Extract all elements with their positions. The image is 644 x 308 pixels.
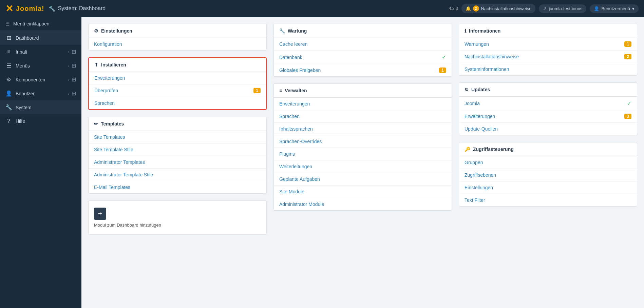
komponenten-icon: ⚙ bbox=[5, 76, 12, 83]
list-item[interactable]: Text Filter bbox=[459, 194, 637, 206]
gruppen-link[interactable]: Gruppen bbox=[465, 160, 483, 165]
list-item[interactable]: Sprachen-Overrides bbox=[274, 135, 452, 148]
warnungen-link[interactable]: Warnungen bbox=[465, 41, 489, 47]
list-item[interactable]: Administrator Templates bbox=[89, 156, 266, 169]
list-item[interactable]: Inhaltssprachen bbox=[274, 123, 452, 135]
list-item[interactable]: Warnungen 1 bbox=[459, 38, 637, 51]
nachinstallationshinweise-badge: 2 bbox=[624, 54, 631, 59]
erweiterungen-link[interactable]: Erweiterungen bbox=[94, 75, 125, 81]
cache-leeren-link[interactable]: Cache leeren bbox=[279, 41, 307, 47]
list-item[interactable]: Update-Quellen bbox=[459, 123, 637, 135]
systeminformationen-link[interactable]: Systeminformationen bbox=[465, 66, 509, 72]
datenbank-link[interactable]: Datenbank bbox=[279, 55, 302, 60]
inhalt-icon: ≡ bbox=[5, 49, 12, 55]
administrator-templates-link[interactable]: Administrator Templates bbox=[94, 159, 145, 165]
site-templates-link[interactable]: Site Templates bbox=[94, 134, 125, 140]
list-item[interactable]: Gruppen bbox=[459, 156, 637, 169]
list-item[interactable]: Datenbank ✓ bbox=[274, 51, 452, 64]
left-column: ⚙ Einstellungen Konfiguration ⬆ Installi… bbox=[88, 24, 267, 235]
list-item[interactable]: Sprachen bbox=[274, 110, 452, 123]
panel-templates-body: Site Templates Site Template Stile Admin… bbox=[89, 131, 266, 193]
list-item[interactable]: Globales Freigeben 1 bbox=[274, 64, 452, 76]
plugins-link[interactable]: Plugins bbox=[279, 151, 295, 157]
konfiguration-link[interactable]: Konfiguration bbox=[94, 41, 122, 47]
topbar: ✕ Joomla! 🔧 System: Dashboard 4.2.3 🔔 2 … bbox=[0, 0, 644, 17]
site-button[interactable]: ↗ joomla-test-ionos bbox=[539, 4, 586, 13]
list-item[interactable]: Konfiguration bbox=[89, 38, 266, 50]
panel-add-module: + Modul zum Dashboard hinzufügen bbox=[88, 200, 267, 235]
list-item[interactable]: E-Mail Templates bbox=[89, 181, 266, 193]
inhaltssprachen-link[interactable]: Inhaltssprachen bbox=[279, 126, 313, 132]
list-item[interactable]: Zugriffsebenen bbox=[459, 169, 637, 181]
panel-einstellungen: ⚙ Einstellungen Konfiguration bbox=[88, 24, 267, 51]
list-item[interactable]: Site Module bbox=[274, 186, 452, 198]
joomla-link[interactable]: Joomla bbox=[465, 101, 480, 106]
panel-verwalten-title: Verwalten bbox=[285, 88, 307, 93]
zugriffsebenen-link[interactable]: Zugriffsebenen bbox=[465, 172, 496, 178]
erweiterungen-updates-link[interactable]: Erweiterungen bbox=[465, 114, 495, 119]
administrator-module-link[interactable]: Administrator Module bbox=[279, 201, 324, 207]
list-item[interactable]: Einstellungen bbox=[459, 181, 637, 194]
list-item[interactable]: Überprüfen 1 bbox=[89, 84, 266, 97]
user-menu-button[interactable]: 👤 Benutzermenü ▾ bbox=[590, 4, 639, 13]
list-item[interactable]: Nachinstallationshinweise 2 bbox=[459, 51, 637, 63]
key-icon: 🔑 bbox=[465, 147, 470, 152]
panel-templates-header: ✏ Templates bbox=[89, 117, 266, 131]
sidebar-item-dashboard[interactable]: ⊞ Dashboard bbox=[0, 31, 81, 45]
sidebar-item-system[interactable]: 🔧 System bbox=[0, 100, 81, 114]
list-item[interactable]: Erweiterungen bbox=[89, 72, 266, 84]
panel-zugriffssteuerung-body: Gruppen Zugriffsebenen Einstellungen Tex… bbox=[459, 156, 637, 206]
list-item[interactable]: Erweiterungen 3 bbox=[459, 110, 637, 123]
sprachen-link[interactable]: Sprachen bbox=[94, 100, 115, 106]
list-item[interactable]: Site Templates bbox=[89, 131, 266, 143]
einstellungen-zugriffssteuerung-link[interactable]: Einstellungen bbox=[465, 185, 493, 190]
menus-icon: ☰ bbox=[5, 62, 12, 69]
email-templates-link[interactable]: E-Mail Templates bbox=[94, 185, 130, 190]
globales-freigeben-link[interactable]: Globales Freigeben bbox=[279, 68, 321, 73]
geplante-aufgaben-link[interactable]: Geplante Aufgaben bbox=[279, 176, 320, 182]
update-quellen-link[interactable]: Update-Quellen bbox=[465, 126, 498, 132]
sprachen-overrides-link[interactable]: Sprachen-Overrides bbox=[279, 139, 322, 144]
hilfe-icon: ? bbox=[5, 118, 12, 124]
add-module-button[interactable]: + bbox=[94, 208, 106, 220]
list-item[interactable]: Erweiterungen bbox=[274, 98, 452, 110]
add-module-section: + Modul zum Dashboard hinzufügen bbox=[89, 201, 266, 234]
list-item[interactable]: Cache leeren bbox=[274, 38, 452, 51]
check-icon: ✓ bbox=[627, 100, 631, 107]
list-item[interactable]: Weiterleitungen bbox=[274, 160, 452, 173]
sidebar-item-label: System bbox=[16, 105, 32, 110]
weiterleitungen-link[interactable]: Weiterleitungen bbox=[279, 164, 312, 169]
middle-column: 🔧 Wartung Cache leeren Datenbank ✓ Globa… bbox=[273, 24, 452, 235]
text-filter-link[interactable]: Text Filter bbox=[465, 197, 485, 203]
panel-installieren-body: Erweiterungen Überprüfen 1 Sprachen bbox=[89, 72, 266, 109]
site-template-stile-link[interactable]: Site Template Stile bbox=[94, 147, 133, 152]
panel-zugriffssteuerung-header: 🔑 Zugriffssteuerung bbox=[459, 142, 637, 156]
list-item[interactable]: Administrator Module bbox=[274, 198, 452, 210]
topbar-title: 🔧 System: Dashboard bbox=[49, 5, 106, 12]
notifications-button[interactable]: 🔔 2 Nachinstallationshinweise bbox=[461, 4, 536, 13]
list-item[interactable]: Administrator Template Stile bbox=[89, 169, 266, 181]
site-module-link[interactable]: Site Module bbox=[279, 189, 304, 194]
list-item[interactable]: Sprachen bbox=[89, 97, 266, 109]
panel-zugriffssteuerung: 🔑 Zugriffssteuerung Gruppen Zugriffseben… bbox=[459, 142, 637, 207]
sidebar-item-benutzer[interactable]: 👤 Benutzer › ⊞ bbox=[0, 86, 81, 100]
erweiterungen-verwalten-link[interactable]: Erweiterungen bbox=[279, 101, 310, 107]
list-item[interactable]: Geplante Aufgaben bbox=[274, 173, 452, 186]
sidebar-item-menus[interactable]: ☰ Menüs › ⊞ bbox=[0, 59, 81, 73]
notifications-badge: 2 bbox=[473, 5, 479, 12]
list-item[interactable]: Plugins bbox=[274, 148, 452, 160]
sidebar-item-komponenten[interactable]: ⚙ Komponenten › ⊞ bbox=[0, 73, 81, 86]
ueberpruefen-link[interactable]: Überprüfen bbox=[94, 88, 118, 93]
list-item[interactable]: Site Template Stile bbox=[89, 143, 266, 156]
benutzer-icon: 👤 bbox=[5, 90, 12, 97]
topbar-right: 4.2.3 🔔 2 Nachinstallationshinweise ↗ jo… bbox=[449, 4, 639, 13]
sidebar-collapse-button[interactable]: ☰ Menü einklappen bbox=[0, 17, 81, 31]
sprachen-verwalten-link[interactable]: Sprachen bbox=[279, 114, 300, 119]
list-item[interactable]: Systeminformationen bbox=[459, 63, 637, 75]
sidebar-item-hilfe[interactable]: ? Hilfe bbox=[0, 114, 81, 128]
list-item[interactable]: Joomla ✓ bbox=[459, 97, 637, 110]
ueberpruefen-badge: 1 bbox=[253, 88, 261, 93]
nachinstallationshinweise-link[interactable]: Nachinstallationshinweise bbox=[465, 54, 519, 59]
sidebar-item-inhalt[interactable]: ≡ Inhalt › ⊞ bbox=[0, 45, 81, 59]
administrator-template-stile-link[interactable]: Administrator Template Stile bbox=[94, 172, 153, 177]
